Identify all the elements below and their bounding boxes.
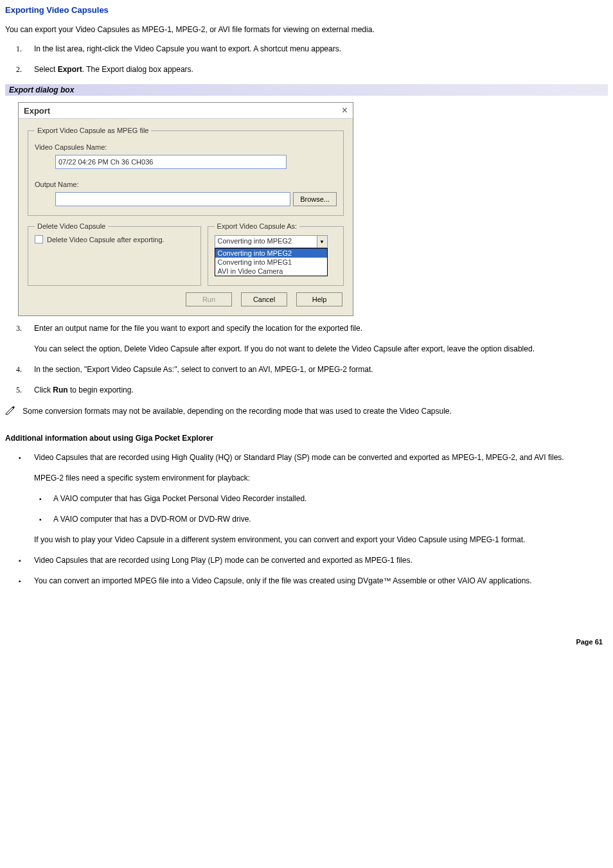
run-button[interactable]: Run — [186, 292, 232, 306]
step-text: Click — [34, 385, 53, 394]
group-legend: Delete Video Capsule — [35, 222, 108, 230]
steps-list-a: 1. In the list area, right-click the Vid… — [5, 43, 608, 75]
steps-list-b: 3. Enter an output name for the file you… — [5, 323, 608, 396]
step-text: In the list area, right-click the Video … — [34, 44, 341, 53]
step-number: 3. — [16, 323, 22, 334]
step-number: 5. — [16, 384, 22, 396]
format-option[interactable]: Converting into MPEG1 — [215, 258, 327, 267]
delete-checkbox[interactable] — [35, 235, 43, 244]
chevron-down-icon[interactable]: ▼ — [317, 236, 327, 247]
help-button[interactable]: Help — [296, 292, 342, 306]
vc-name-input[interactable] — [55, 155, 287, 169]
dialog-body: Export Video Capsule as MPEG file Video … — [19, 119, 353, 315]
output-name-label: Output Name: — [35, 181, 337, 188]
format-option[interactable]: AVI in Video Camera — [215, 267, 327, 276]
output-name-input[interactable] — [55, 192, 290, 206]
note: Some conversion formats may not be avail… — [5, 405, 608, 418]
bullet-subtext: MPEG-2 files need a specific system envi… — [34, 472, 608, 484]
group-export-as: Export Video Capsule As: Converting into… — [208, 222, 344, 286]
step-item: 4. In the section, "Export Video Capsule… — [34, 364, 608, 375]
step-text: Enter an output name for the file you wa… — [34, 324, 362, 333]
dialog-caption-banner: Export dialog box — [5, 84, 608, 96]
export-dialog: Export × Export Video Capsule as MPEG fi… — [18, 102, 353, 316]
bullet-subtext: If you wish to play your Video Capsule i… — [34, 534, 608, 545]
step-number: 1. — [16, 43, 22, 55]
cancel-button[interactable]: Cancel — [241, 292, 287, 306]
step-text: Select — [34, 65, 58, 74]
nested-list: A VAIO computer that has Giga Pocket Per… — [34, 493, 608, 525]
intro-text: You can export your Video Capsules as MP… — [5, 25, 608, 34]
additional-info-list: Video Capsules that are recorded using H… — [5, 452, 608, 587]
page-number: Page 61 — [5, 638, 608, 646]
pencil-note-icon — [5, 405, 18, 418]
group-legend: Export Video Capsule as MPEG file — [35, 127, 151, 134]
step-text-post: . The Export dialog box appears. — [82, 65, 193, 74]
group-delete: Delete Video Capsule Delete Video Capsul… — [28, 222, 201, 286]
list-item: Video Capsules that are recorded using H… — [34, 452, 608, 545]
section-title: Exporting Video Capsules — [5, 5, 608, 15]
dialog-wrapper: Export × Export Video Capsule as MPEG fi… — [5, 96, 608, 323]
list-item: A VAIO computer that has Giga Pocket Per… — [53, 493, 608, 504]
format-selected: Converting into MPEG2 — [215, 236, 317, 247]
dialog-footer: Run Cancel Help — [28, 286, 344, 309]
browse-button[interactable]: Browse... — [293, 192, 337, 206]
step-bold: Run — [53, 385, 67, 394]
dialog-titlebar: Export × — [19, 103, 353, 119]
bullet-text: You can convert an imported MPEG file in… — [34, 576, 532, 585]
step-item: 2. Select Export. The Export dialog box … — [34, 64, 608, 75]
close-icon[interactable]: × — [342, 105, 348, 116]
list-item: A VAIO computer that has a DVD-ROM or DV… — [53, 513, 608, 525]
note-text: Some conversion formats may not be avail… — [21, 407, 452, 416]
group-export-mpeg: Export Video Capsule as MPEG file Video … — [28, 127, 344, 216]
group-legend: Export Video Capsule As: — [215, 222, 300, 230]
vc-name-label: Video Capsules Name: — [35, 143, 337, 151]
step-bold: Export — [58, 65, 82, 74]
additional-info-heading: Additional information about using Giga … — [5, 434, 608, 443]
step-number: 4. — [16, 364, 22, 375]
step-subtext: You can select the option, Delete Video … — [34, 343, 608, 355]
bullet-text: Video Capsules that are recorded using H… — [34, 453, 564, 462]
step-item: 3. Enter an output name for the file you… — [34, 323, 608, 355]
format-options-list: Converting into MPEG2 Converting into MP… — [215, 248, 328, 276]
step-number: 2. — [16, 64, 22, 75]
bullet-text: Video Capsules that are recorded using L… — [34, 556, 413, 565]
delete-checkbox-label: Delete Video Capsule after exporting. — [47, 236, 164, 244]
step-text: In the section, "Export Video Capsule As… — [34, 365, 373, 374]
list-item: Video Capsules that are recorded using L… — [34, 554, 608, 566]
format-option[interactable]: Converting into MPEG2 — [215, 249, 327, 258]
step-item: 5. Click Run to begin exporting. — [34, 384, 608, 396]
list-item: You can convert an imported MPEG file in… — [34, 575, 608, 587]
step-item: 1. In the list area, right-click the Vid… — [34, 43, 608, 55]
dialog-title: Export — [24, 106, 50, 116]
format-combobox[interactable]: Converting into MPEG2 ▼ Converting into … — [215, 235, 328, 276]
step-text-post: to begin exporting. — [68, 385, 134, 394]
